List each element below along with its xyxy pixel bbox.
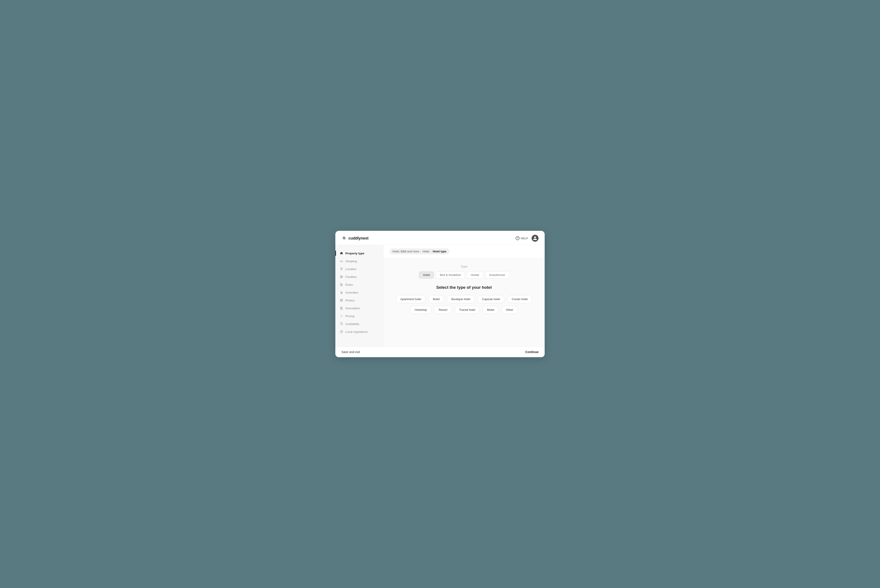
breadcrumb-step2[interactable]: Hotel <box>422 250 429 253</box>
type-label: Type <box>403 265 525 268</box>
bed-icon <box>340 260 343 263</box>
sidebar-item-availability[interactable]: Availability <box>335 320 383 328</box>
sidebar-item-pricing[interactable]: Pricing <box>335 312 383 320</box>
sidebar-label-description: Description <box>345 307 360 310</box>
hotel-type-botel[interactable]: Botel <box>428 295 444 303</box>
sidebar-label-facilities: Facilities <box>345 275 357 279</box>
sidebar-item-local-regulations[interactable]: Local regulations <box>335 328 383 336</box>
help-label: HELP <box>521 237 528 240</box>
amenities-icon <box>340 291 343 294</box>
sidebar-label-location: Location <box>345 267 356 271</box>
sidebar-item-sleeping[interactable]: Sleeping <box>335 257 383 265</box>
breadcrumb-step3: Hotel type <box>432 250 446 253</box>
facilities-icon <box>340 275 343 279</box>
breadcrumb-chevron-2: › <box>430 250 431 253</box>
pricing-icon <box>340 314 343 318</box>
sidebar-label-amenities: Amenities <box>345 291 358 294</box>
logo-text: cuddlynest <box>348 236 368 241</box>
hotel-type-hotelship[interactable]: Hotelship <box>410 306 431 314</box>
hotel-type-capsule-hotel[interactable]: Capsule hotel <box>478 295 505 303</box>
type-tab-hotel[interactable]: Hotel <box>419 272 434 279</box>
logo: cuddlynest <box>341 236 368 241</box>
hotel-type-motel[interactable]: Motel <box>482 306 499 314</box>
modal-body: Property type Sleeping Location <box>335 245 545 346</box>
hotel-type-boutique-hotel[interactable]: Boutique hotel <box>447 295 475 303</box>
hotel-types-grid: Apartment hotel Botel Boutique hotel Cap… <box>392 295 536 314</box>
modal-footer: Save and exit Continue <box>335 346 545 357</box>
main-content: Hotel, B&B and more › Hotel › Hotel type… <box>383 245 545 346</box>
hotel-type-condo-hotel[interactable]: Condo hotel <box>507 295 532 303</box>
hotel-type-apartment-hotel[interactable]: Apartment hotel <box>396 295 426 303</box>
save-exit-button[interactable]: Save and exit <box>341 350 360 354</box>
type-tab-guesthouse[interactable]: Guesthouse <box>485 272 509 279</box>
sidebar-item-description[interactable]: Description <box>335 304 383 312</box>
breadcrumb-step1[interactable]: Hotel, B&B and more <box>392 250 419 253</box>
breadcrumb: Hotel, B&B and more › Hotel › Hotel type <box>389 249 449 254</box>
location-icon <box>340 267 343 271</box>
home-icon <box>340 252 343 255</box>
sidebar: Property type Sleeping Location <box>335 245 383 346</box>
sidebar-label-photos: Photos <box>345 299 354 302</box>
availability-icon <box>340 322 343 326</box>
sidebar-item-photos[interactable]: Photos <box>335 296 383 304</box>
breadcrumb-chevron-1: › <box>420 250 421 253</box>
continue-button[interactable]: Continue <box>525 350 539 354</box>
rules-icon <box>340 283 343 286</box>
sidebar-label-availability: Availability <box>345 322 359 326</box>
breadcrumb-bar: Hotel, B&B and more › Hotel › Hotel type <box>383 245 545 258</box>
section-title: Select the type of your hotel <box>436 285 492 290</box>
type-tab-hostel[interactable]: Hostel <box>467 272 483 279</box>
sidebar-label-local-regulations: Local regulations <box>345 330 368 333</box>
sidebar-item-property-type[interactable]: Property type <box>335 249 383 257</box>
sidebar-label-sleeping: Sleeping <box>345 260 357 263</box>
header: cuddlynest ? HELP <box>335 231 545 245</box>
hotel-type-other[interactable]: Other <box>502 306 518 314</box>
sidebar-item-rules[interactable]: Rules <box>335 281 383 288</box>
help-circle-icon: ? <box>516 236 520 240</box>
user-icon <box>533 236 537 240</box>
sidebar-label-property-type: Property type <box>345 252 364 255</box>
header-right: ? HELP <box>516 235 539 242</box>
photos-icon <box>340 298 343 302</box>
type-tabs: Hotel Bed & breakfast Hostel Guesthouse <box>403 272 525 279</box>
description-icon <box>340 306 343 310</box>
hotel-type-transit-hotel[interactable]: Transit hotel <box>455 306 480 314</box>
sidebar-item-location[interactable]: Location <box>335 265 383 273</box>
content-area: Type Hotel Bed & breakfast Hostel Guesth… <box>383 258 545 346</box>
type-tab-bed-breakfast[interactable]: Bed & breakfast <box>435 272 465 279</box>
type-section: Type Hotel Bed & breakfast Hostel Guesth… <box>403 265 525 279</box>
sidebar-item-facilities[interactable]: Facilities <box>335 273 383 281</box>
modal: cuddlynest ? HELP Property type <box>335 231 545 357</box>
local-regulations-icon <box>340 330 343 333</box>
hotel-type-resort[interactable]: Resort <box>434 306 452 314</box>
sidebar-label-pricing: Pricing <box>345 315 354 318</box>
help-button[interactable]: ? HELP <box>516 236 528 240</box>
sidebar-label-rules: Rules <box>345 283 353 286</box>
logo-bird-icon <box>341 236 347 241</box>
user-avatar[interactable] <box>532 235 539 242</box>
sidebar-item-amenities[interactable]: Amenities <box>335 288 383 296</box>
